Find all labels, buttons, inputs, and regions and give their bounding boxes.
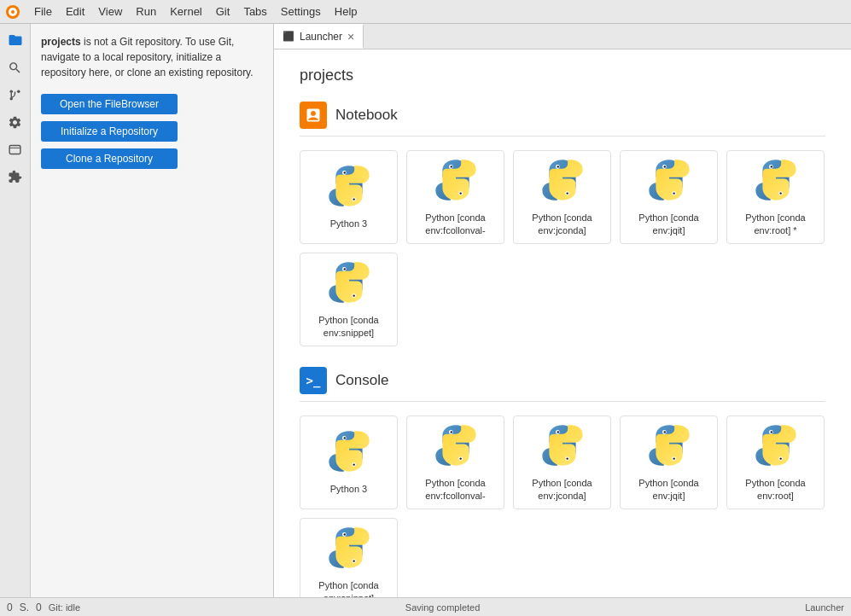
notebook-section-icon — [300, 102, 327, 129]
python-logo-conda-jqit — [647, 158, 691, 205]
kernel-card-conda-root[interactable]: Python [conda env:root] * — [726, 150, 825, 244]
activity-extensions-icon[interactable] — [3, 164, 28, 189]
status-icon-1[interactable]: S. — [20, 601, 29, 613]
svg-point-10 — [353, 199, 354, 200]
git-panel: projects is not a Git repository. To use… — [31, 24, 274, 597]
git-panel-message: projects is not a Git repository. To use… — [41, 34, 263, 80]
status-right-label: Launcher — [805, 602, 844, 613]
console-section-title: Console — [335, 372, 388, 389]
svg-point-44 — [663, 431, 665, 433]
python-logo-console-conda-fcollonval — [434, 423, 478, 470]
svg-point-16 — [557, 166, 558, 167]
kernel-card-console-conda-root[interactable]: Python [conda env:root] — [726, 416, 825, 509]
menu-kernel[interactable]: Kernel — [163, 3, 209, 20]
python-logo-console-conda-snippet — [327, 526, 371, 572]
svg-point-32 — [343, 438, 345, 439]
python-logo-conda-jconda — [540, 158, 585, 205]
menubar: File Edit View Run Kernel Git Tabs Setti… — [0, 0, 851, 24]
kernel-name-console-conda-fcollonval: Python [conda env:fcollonval- — [414, 477, 497, 502]
activity-files-icon[interactable] — [3, 27, 28, 53]
svg-rect-6 — [9, 145, 20, 154]
kernel-card-console-python3[interactable]: Python 3 — [300, 416, 398, 509]
svg-point-18 — [566, 193, 568, 195]
svg-point-22 — [673, 193, 674, 195]
notebook-kernels-grid: Python 3 Python [conda env:fcoll — [300, 150, 825, 346]
svg-point-20 — [663, 166, 665, 167]
python-logo-conda-snippet — [327, 260, 371, 307]
kernel-card-conda-snippet[interactable]: Python [conda env:snippet] — [300, 253, 398, 346]
console-section-icon: >_ — [300, 367, 327, 394]
kernel-card-console-conda-snippet[interactable]: Python [conda env:snippet] — [300, 518, 398, 597]
svg-point-12 — [450, 166, 452, 167]
menu-edit[interactable]: Edit — [59, 3, 91, 20]
menu-run[interactable]: Run — [129, 3, 163, 20]
svg-point-8 — [343, 172, 345, 174]
kernel-name-conda-snippet: Python [conda env:snippet] — [307, 314, 390, 339]
svg-point-50 — [779, 458, 781, 460]
open-filebrowser-button[interactable]: Open the FileBrowser — [41, 94, 178, 114]
svg-point-46 — [673, 458, 674, 460]
launcher-title: projects — [300, 67, 825, 84]
kernel-name-console-python3: Python 3 — [330, 483, 367, 495]
console-section-header: >_ Console — [300, 367, 825, 402]
svg-point-48 — [770, 431, 772, 433]
svg-point-54 — [353, 561, 354, 562]
tab-launcher[interactable]: ⬛ Launcher × — [274, 24, 364, 49]
activity-git-icon[interactable] — [3, 82, 28, 108]
svg-point-26 — [779, 193, 781, 195]
python-logo-console-python3 — [327, 429, 371, 476]
python-logo-conda-root — [754, 158, 798, 205]
notebook-section-title: Notebook — [335, 107, 398, 124]
menu-git[interactable]: Git — [209, 3, 237, 20]
svg-point-30 — [353, 295, 354, 297]
activity-folder-icon[interactable] — [3, 137, 28, 162]
status-left: 0 S. 0 Git: idle — [7, 601, 80, 613]
menu-file[interactable]: File — [27, 3, 59, 20]
status-bar: 0 S. 0 Git: idle Saving completed Launch… — [0, 597, 851, 616]
launcher-content: projects Notebook — [274, 49, 851, 597]
kernel-card-console-conda-jqit[interactable]: Python [conda env:jqit] — [620, 416, 718, 509]
status-center-message: Saving completed — [89, 602, 796, 613]
kernel-name-python3: Python 3 — [330, 218, 367, 230]
activity-search-icon[interactable] — [3, 55, 28, 80]
svg-point-2 — [11, 10, 15, 14]
main-layout: projects is not a Git repository. To use… — [0, 24, 851, 597]
kernel-card-conda-jqit[interactable]: Python [conda env:jqit] — [620, 150, 718, 244]
tab-close-button[interactable]: × — [347, 31, 354, 43]
python-logo-console-conda-jconda — [540, 423, 585, 470]
kernel-name-conda-jqit: Python [conda env:jqit] — [627, 212, 710, 236]
svg-point-34 — [353, 464, 354, 466]
python-logo-conda-fcollonval — [434, 158, 478, 205]
activity-bar — [0, 24, 31, 597]
content-area: ⬛ Launcher × projects Notebook — [274, 24, 851, 597]
kernel-name-console-conda-jconda: Python [conda env:jconda] — [521, 477, 603, 502]
svg-point-52 — [343, 533, 345, 535]
svg-point-38 — [459, 458, 461, 460]
menu-help[interactable]: Help — [328, 3, 364, 20]
clone-repo-button[interactable]: Clone a Repository — [41, 148, 178, 169]
tab-bar: ⬛ Launcher × — [274, 24, 851, 49]
python-logo-python3 — [327, 164, 371, 211]
status-icon-0[interactable]: 0 — [7, 601, 13, 613]
kernel-card-conda-jconda[interactable]: Python [conda env:jconda] — [513, 150, 611, 244]
menu-settings[interactable]: Settings — [274, 3, 328, 20]
kernel-card-python3[interactable]: Python 3 — [300, 150, 398, 244]
status-icon-2[interactable]: 0 — [36, 601, 42, 613]
python-logo-console-conda-jqit — [647, 423, 691, 470]
menu-view[interactable]: View — [91, 3, 129, 20]
kernel-name-conda-fcollonval: Python [conda env:fcollonval- — [414, 212, 497, 236]
svg-point-14 — [459, 193, 461, 195]
kernel-name-console-conda-jqit: Python [conda env:jqit] — [627, 477, 710, 502]
svg-point-42 — [566, 458, 568, 460]
tab-launcher-icon: ⬛ — [283, 31, 294, 42]
kernel-name-conda-root: Python [conda env:root] * — [734, 212, 817, 236]
activity-settings-icon[interactable] — [3, 109, 28, 135]
initialize-repo-button[interactable]: Initialize a Repository — [41, 121, 178, 142]
kernel-card-conda-fcollonval[interactable]: Python [conda env:fcollonval- — [406, 150, 504, 244]
menu-tabs[interactable]: Tabs — [236, 3, 273, 20]
tab-launcher-label: Launcher — [300, 31, 342, 43]
git-status-label: Git: idle — [49, 602, 80, 613]
kernel-card-console-conda-fcollonval[interactable]: Python [conda env:fcollonval- — [406, 416, 504, 509]
kernel-card-console-conda-jconda[interactable]: Python [conda env:jconda] — [513, 416, 611, 509]
app-logo — [3, 3, 22, 21]
